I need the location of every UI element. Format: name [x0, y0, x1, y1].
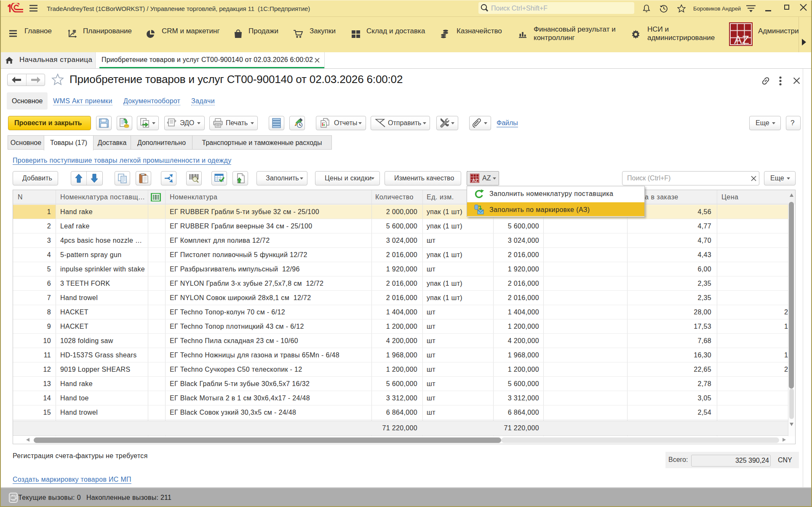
svg-text:AZ: AZ: [472, 178, 478, 183]
svg-text:AZ: AZ: [734, 33, 749, 46]
